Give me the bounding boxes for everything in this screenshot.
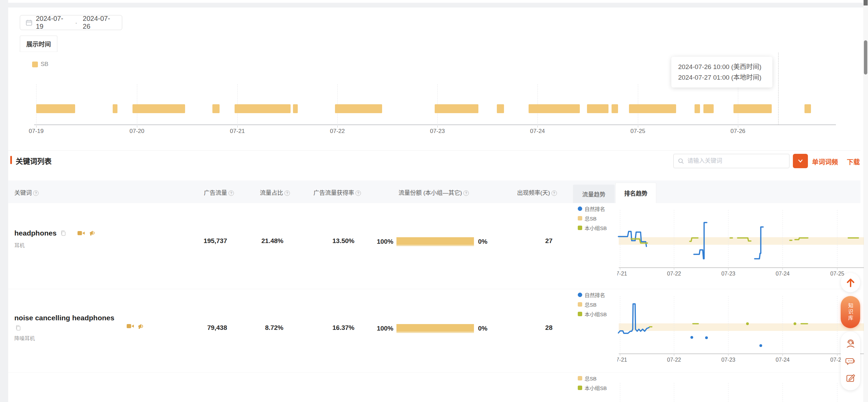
trend-tick-label: 07-23 [722,357,736,363]
trend-tick-label: 07-24 [776,271,790,277]
previous-card-bottom-edge [8,0,860,3]
col-header-traffic-share: 流量份额 (本小组—其它)? [376,188,492,197]
sb-display-segment[interactable] [293,104,298,113]
legend-group-sb: 本小组SB [578,384,607,391]
legend-group-sb: 本小组SB [578,224,607,231]
date-range-picker[interactable]: 2024-07-19 · 2024-07-26 [20,15,122,30]
tab-traffic-trend[interactable]: 流量趋势 [573,185,615,203]
cell-ad-traffic: 195,737 [164,237,227,245]
timeline-tickmark [638,125,638,128]
floating-tool-stack [841,332,860,390]
scrollbar-top-nub[interactable] [864,0,868,5]
sb-display-segment[interactable] [529,104,579,113]
page: 2024-07-19 · 2024-07-26 展示时间 SB 07-1907-… [0,0,868,402]
timeline-tickmark [738,125,738,128]
sb-display-segment[interactable] [629,104,676,113]
keyword-cell: noise cancelling headphones [14,314,114,322]
tab-display-time[interactable]: 展示时间 [20,36,57,52]
sb-display-segment[interactable] [587,104,608,113]
trend-legend: 自然排名 总SB 本小组SB [578,291,607,318]
copy-icon[interactable] [15,325,21,332]
trend-tick-label: 07-22 [667,271,681,277]
date-start: 2024-07-19 [36,15,70,30]
customer-support-icon[interactable] [845,339,856,349]
help-icon[interactable]: ? [463,190,469,196]
tab-rank-trend[interactable]: 排名趋势 [615,183,656,203]
video-ad-icon[interactable] [77,230,85,237]
keyword-cell: headphones [14,229,96,237]
trend-dot-自然排名 [690,336,693,339]
sb-display-segment[interactable] [695,104,700,113]
help-icon[interactable]: ? [33,190,39,196]
chat-icon[interactable] [845,356,856,366]
search-input[interactable] [687,157,785,165]
keyword-text[interactable]: noise cancelling headphones [14,314,114,322]
trend-legend: 总SB 本小组SB [578,375,607,391]
sb-display-segment[interactable] [132,104,185,113]
sb-display-segment[interactable] [612,104,618,113]
timeline-tick-label: 07-20 [129,128,144,135]
megaphone-ad-icon[interactable] [137,323,145,330]
keyword-translation: 耳机 [14,241,25,249]
sb-display-segment[interactable] [113,104,117,113]
megaphone-ad-icon[interactable] [89,229,96,237]
scrollbar-thumb[interactable] [864,40,867,75]
trend-legend: 自然排名 总SB 本小组SB [578,205,607,231]
word-frequency-link[interactable]: 单词词频 [812,157,838,166]
rank-trend-chart[interactable] [617,373,864,402]
feedback-edit-icon[interactable] [845,373,856,384]
keyword-ad-icons [126,323,145,330]
sb-display-segment[interactable] [733,104,772,113]
trend-dot-本小组SB [746,322,749,325]
help-icon[interactable]: ? [284,190,290,196]
trend-tick-label: 07-25 [830,271,844,277]
timeline-tick-label: 07-24 [530,128,545,135]
arrow-up-icon [845,278,856,288]
keyword-text[interactable]: headphones [14,229,57,237]
sb-display-segment[interactable] [703,104,714,113]
timeline-tick-label: 07-21 [230,128,244,135]
legend-organic-rank: 自然排名 [578,205,607,212]
date-separator: · [75,19,78,27]
back-to-top-button[interactable] [841,273,860,292]
trend-tick-label: 07-22 [667,357,681,363]
sb-display-segment[interactable] [36,104,75,113]
cell-traffic-ratio: 21.48% [232,237,283,245]
cell-ad-traffic-rate: 13.50% [290,237,354,245]
keyword-row-partial: 总SB 本小组SB [8,373,860,402]
search-icon [678,158,684,164]
help-icon[interactable]: ? [355,190,361,196]
sb-display-segment[interactable] [804,104,811,113]
search-dropdown-button[interactable] [793,154,808,168]
rank-trend-chart[interactable]: 07-2107-2207-2307-2407-25 [617,203,864,280]
total-sb-band [619,323,864,331]
share-bar [396,237,474,246]
download-link[interactable]: 下载 [847,157,860,166]
sb-display-segment[interactable] [435,104,478,113]
col-header-ad-traffic: 广告流量? [164,188,234,197]
keyword-row-noise-cancelling-headphones: noise cancelling headphones 降噪耳机 79,438 … [8,289,860,373]
section-title: 关键词列表 [16,156,52,166]
sb-display-segment[interactable] [335,104,382,113]
sb-display-segment[interactable] [235,104,290,113]
timeline-tickmark [337,125,338,128]
timeline-tick-label: 07-22 [330,128,345,135]
sb-display-segment[interactable] [212,104,220,113]
video-ad-icon[interactable] [126,323,135,330]
trend-dot-自然排名 [759,344,762,347]
keyword-search-box[interactable] [673,154,789,168]
knowledge-base-button[interactable]: 知识库 [841,296,860,328]
sb-display-segment[interactable] [497,104,504,113]
trend-tick-label: 07-21 [617,357,627,363]
keyword-translation: 降噪耳机 [14,334,35,341]
legend-organic-rank: 自然排名 [578,291,607,298]
copy-icon[interactable] [60,230,66,236]
rank-trend-chart[interactable]: 07-2107-2207-2307-2407-25 [617,289,864,366]
help-icon[interactable]: ? [551,190,557,196]
date-end: 2024-07-26 [83,15,116,30]
cell-traffic-share: 100% 0% [362,237,500,246]
timeline-tickmark [36,125,37,128]
legend-total-sb: 总SB [578,375,607,382]
legend-total-sb: 总SB [578,215,607,222]
timeline-tickmark [537,125,538,128]
